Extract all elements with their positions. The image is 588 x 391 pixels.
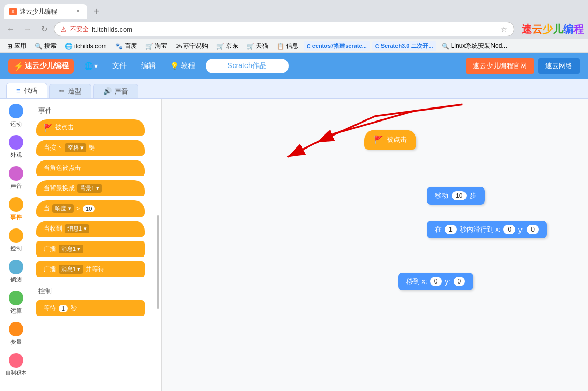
bookmark-scratch[interactable]: C Scratch3.0 二次开... (372, 41, 436, 51)
control-dot (9, 228, 23, 243)
bookmark-tianmao[interactable]: 🛒 天猫 (243, 41, 271, 51)
official-site-btn[interactable]: 速云少儿编程官网 (466, 58, 534, 74)
bookmark-itchilds[interactable]: 🌐 itchilds.com (62, 42, 110, 51)
glide-y-input[interactable]: 0 (527, 225, 539, 234)
bookmark-linux[interactable]: 🔍 Linux系统安装Nod... (439, 41, 511, 51)
bookmark-info[interactable]: 📋 信息 (274, 41, 302, 51)
bookmark-jd[interactable]: 🛒 京东 (213, 41, 241, 51)
nav-back-btn[interactable]: ← (4, 22, 18, 36)
sidebar-item-sound[interactable]: 声音 (9, 166, 23, 190)
motion-label: 运动 (10, 120, 22, 128)
bookmarks-bar: ⊞ 应用 🔍 搜索 🌐 itchilds.com 🐾 百度 🛒 淘宝 🛍 苏宁易… (0, 39, 588, 53)
sound-label: 声音 (10, 182, 22, 190)
variables-label: 变量 (10, 338, 22, 346)
myblocks-label: 自制积木 (6, 369, 26, 376)
security-warning-icon: ⚠ (61, 25, 67, 33)
glide-time-input[interactable]: 1 (445, 225, 457, 234)
move-steps-input[interactable]: 10 (452, 191, 467, 200)
block-when-backdrop[interactable]: 当背景换成 背景1 ▾ (36, 180, 145, 196)
palette-scrollbar[interactable] (157, 215, 159, 309)
sound-tab-icon: 🔊 (103, 87, 112, 95)
looks-label: 外观 (10, 151, 22, 159)
header-actions: 速云少儿编程官网 速云网络 (466, 58, 580, 74)
costume-tab-icon: ✏ (59, 87, 65, 95)
tab-title: 速云少儿编程 (20, 7, 57, 16)
message-dropdown-3[interactable]: 消息1 ▾ (59, 265, 83, 274)
canvas-block-flag[interactable]: 🚩 被点击 (364, 130, 416, 150)
url-text: it.itchilds.com (92, 25, 498, 33)
tab-close-icon[interactable]: × (76, 8, 80, 15)
network-btn[interactable]: 速云网络 (538, 58, 580, 74)
wait-value: 1 (59, 305, 68, 312)
sidebar-item-looks[interactable]: 外观 (9, 135, 23, 159)
block-when-receive[interactable]: 当收到 消息1 ▾ (36, 221, 145, 237)
bookmark-baidu[interactable]: 🐾 百度 (112, 41, 140, 51)
security-warning-text: 不安全 (70, 25, 89, 34)
active-tab[interactable]: S 速云少儿编程 × (4, 4, 87, 19)
sidebar-item-events[interactable]: 事件 (9, 197, 23, 221)
variables-dot (9, 322, 23, 336)
sub-tabs-bar: ≡ 代码 ✏ 造型 🔊 声音 (0, 79, 588, 99)
tab-code[interactable]: ≡ 代码 (6, 83, 47, 98)
myblocks-dot (9, 353, 23, 368)
block-when-sprite-clicked[interactable]: 当角色被点击 (36, 160, 145, 176)
block-wait[interactable]: 等待 1 秒 (36, 300, 145, 316)
address-bar[interactable]: ⚠ 不安全 it.itchilds.com ☆ (54, 22, 514, 36)
bookmark-apps[interactable]: ⊞ 应用 (4, 41, 30, 51)
logo-icon: ⚡ (13, 61, 24, 71)
block-when-key[interactable]: 当按下 空格 ▾ 键 (36, 140, 145, 156)
canvas-block-move[interactable]: 移动 10 步 (427, 187, 485, 205)
sidebar-item-myblocks[interactable]: 自制积木 (6, 353, 26, 376)
block-broadcast-wait[interactable]: 广播 消息1 ▾ 并等待 (36, 261, 145, 277)
logo-area: 速云少儿编程 (522, 22, 584, 36)
control-section-title: 控制 (38, 287, 157, 296)
sidebar-item-sensing[interactable]: 侦测 (9, 260, 23, 284)
loudness-value: 10 (83, 205, 95, 212)
new-tab-btn[interactable]: + (89, 4, 104, 19)
glide-x-input[interactable]: 0 (503, 225, 515, 234)
canvas-block-glide[interactable]: 在 1 秒内滑行到 x: 0 y: 0 (427, 221, 547, 238)
block-broadcast[interactable]: 广播 消息1 ▾ (36, 241, 145, 257)
events-dot (9, 197, 23, 212)
bookmark-centos[interactable]: C centos7搭建scratc... (304, 41, 370, 51)
canvas-block-goto[interactable]: 移到 x: 0 y: 0 (398, 273, 473, 290)
tab-costume[interactable]: ✏ 造型 (49, 84, 91, 98)
control-label: 控制 (10, 245, 22, 252)
code-tab-icon: ≡ (16, 86, 21, 95)
edit-menu[interactable]: 编辑 (137, 59, 160, 73)
app-logo: ⚡ 速云少儿编程 (8, 59, 74, 74)
key-dropdown[interactable]: 空格 ▾ (65, 143, 86, 152)
browser-tab-bar: S 速云少儿编程 × + (0, 0, 588, 19)
events-label: 事件 (10, 213, 22, 221)
app-header: ⚡ 速云少儿编程 🌐 ▾ 文件 编辑 💡 教程 Scratch作品 速云少儿编程… (0, 53, 588, 79)
backdrop-dropdown[interactable]: 背景1 ▾ (77, 184, 102, 193)
tab-sound[interactable]: 🔊 声音 (93, 84, 138, 98)
search-box[interactable]: Scratch作品 (206, 59, 289, 73)
goto-y-input[interactable]: 0 (454, 277, 466, 286)
loudness-dropdown[interactable]: 响度 ▾ (52, 204, 74, 213)
message-dropdown-2[interactable]: 消息1 ▾ (59, 245, 83, 253)
tutorial-menu[interactable]: 💡 教程 (166, 59, 199, 73)
sidebar-item-operators[interactable]: 运算 (9, 291, 23, 315)
bookmark-suning[interactable]: 🛍 苏宁易购 (172, 41, 211, 51)
star-icon[interactable]: ☆ (501, 25, 508, 33)
file-menu[interactable]: 文件 (108, 59, 131, 73)
bookmark-search[interactable]: 🔍 搜索 (32, 41, 60, 51)
globe-btn[interactable]: 🌐 ▾ (80, 60, 102, 72)
message-dropdown-1[interactable]: 消息1 ▾ (65, 224, 89, 233)
browser-toolbar: ← → ↻ ⚠ 不安全 it.itchilds.com ☆ 速云少儿编程 (0, 19, 588, 39)
bookmark-taobao[interactable]: 🛒 淘宝 (142, 41, 170, 51)
nav-reload-btn[interactable]: ↻ (37, 22, 51, 36)
sensing-dot (9, 260, 23, 274)
goto-x-input[interactable]: 0 (430, 277, 442, 286)
sidebar-item-control[interactable]: 控制 (9, 228, 23, 252)
tab-favicon: S (9, 8, 17, 15)
block-when-flag[interactable]: 🚩 被点击 (36, 119, 145, 136)
block-palette: 事件 🚩 被点击 当按下 空格 ▾ 键 当角色被点击 当背景换成 背景1 ▾ 当… (32, 99, 162, 391)
extensions-area: 速云少儿编程 (517, 22, 584, 36)
nav-forward-btn[interactable]: → (21, 22, 34, 36)
workspace: 运动 外观 声音 事件 控制 侦测 运算 (0, 99, 588, 391)
block-when-loudness[interactable]: 当 响度 ▾ > 10 (36, 200, 145, 217)
sidebar-item-variables[interactable]: 变量 (9, 322, 23, 346)
sidebar-item-motion[interactable]: 运动 (9, 104, 23, 128)
